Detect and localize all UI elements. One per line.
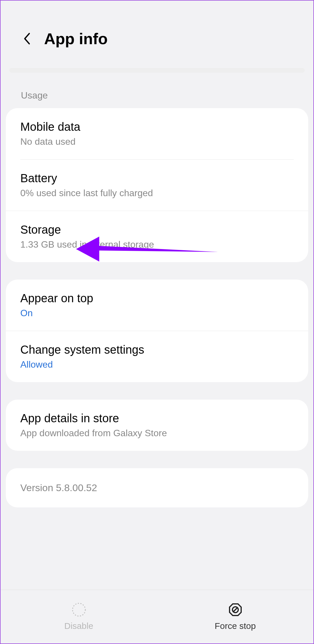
permissions-card: Appear on top On Change system settings … bbox=[6, 280, 308, 382]
battery-item[interactable]: Battery 0% used since last fully charged bbox=[6, 160, 308, 211]
storage-subtitle: 1.33 GB used in Internal storage bbox=[20, 239, 294, 250]
svg-line-2 bbox=[233, 608, 237, 612]
store-card: App details in store App downloaded from… bbox=[6, 400, 308, 451]
storage-title: Storage bbox=[20, 223, 294, 236]
appear-on-top-subtitle: On bbox=[20, 308, 294, 319]
back-button[interactable] bbox=[21, 33, 33, 44]
mobile-data-item[interactable]: Mobile data No data used bbox=[6, 108, 308, 159]
battery-subtitle: 0% used since last fully charged bbox=[20, 188, 294, 198]
mobile-data-title: Mobile data bbox=[20, 120, 294, 133]
bottom-bar: Disable Force stop bbox=[1, 590, 313, 643]
svg-point-0 bbox=[73, 603, 85, 616]
app-details-title: App details in store bbox=[20, 412, 294, 425]
storage-item[interactable]: Storage 1.33 GB used in Internal storage bbox=[6, 211, 308, 262]
disable-label: Disable bbox=[64, 621, 93, 631]
change-system-settings-item[interactable]: Change system settings Allowed bbox=[6, 331, 308, 382]
version-card: Version 5.8.00.52 bbox=[6, 468, 308, 507]
battery-title: Battery bbox=[20, 172, 294, 185]
back-arrow-icon bbox=[23, 32, 31, 45]
change-system-title: Change system settings bbox=[20, 343, 294, 356]
divider-top bbox=[9, 68, 305, 73]
appear-on-top-item[interactable]: Appear on top On bbox=[6, 280, 308, 331]
force-stop-button[interactable]: Force stop bbox=[157, 590, 313, 643]
usage-card: Mobile data No data used Battery 0% used… bbox=[6, 108, 308, 262]
header: App info bbox=[1, 1, 313, 62]
app-details-store-item[interactable]: App details in store App downloaded from… bbox=[6, 400, 308, 451]
app-details-subtitle: App downloaded from Galaxy Store bbox=[20, 428, 294, 439]
force-stop-icon bbox=[228, 602, 243, 617]
mobile-data-subtitle: No data used bbox=[20, 136, 294, 147]
disable-button: Disable bbox=[1, 590, 157, 643]
version-text: Version 5.8.00.52 bbox=[20, 482, 294, 493]
disable-icon bbox=[72, 602, 86, 617]
section-usage-label: Usage bbox=[1, 90, 313, 108]
appear-on-top-title: Appear on top bbox=[20, 292, 294, 305]
force-stop-label: Force stop bbox=[215, 621, 256, 631]
change-system-subtitle: Allowed bbox=[20, 359, 294, 370]
page-title: App info bbox=[44, 30, 108, 48]
